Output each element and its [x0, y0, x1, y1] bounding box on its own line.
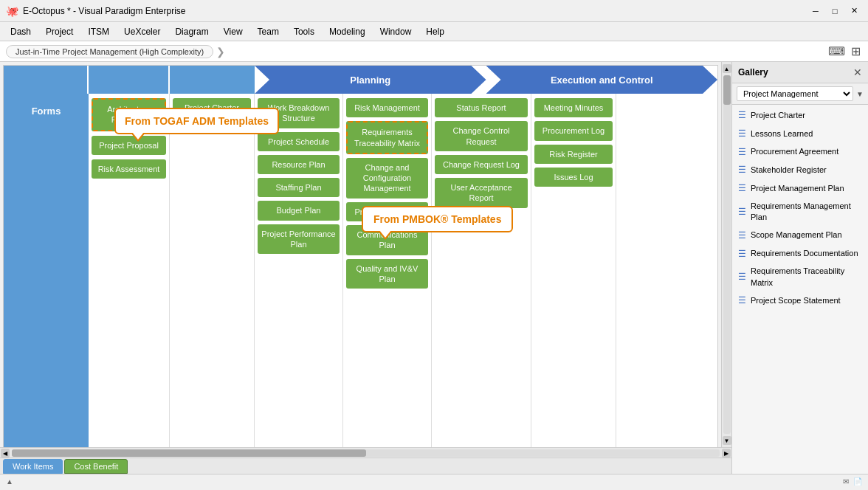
tab-work-items[interactable]: Work Items: [3, 459, 63, 474]
doc-icon-4: ☰: [738, 182, 746, 195]
menu-itsm[interactable]: ITSM: [80, 25, 117, 38]
doc-icon-8: ☰: [738, 271, 746, 283]
gallery-item-4[interactable]: ☰ Project Management Plan: [732, 179, 868, 198]
canvas-content: From TOGAF ADM Templates From PMBOK® Tem…: [0, 62, 721, 447]
gallery-item-label-3: Stakeholder Register: [751, 165, 827, 176]
callout-togaf: From TOGAF ADM Templates: [114, 108, 279, 134]
menu-team[interactable]: Team: [250, 25, 286, 38]
exec-card-minutes[interactable]: Meeting Minutes: [534, 98, 613, 117]
layout-icon[interactable]: ⊞: [850, 43, 862, 60]
menu-bar: Dash Project ITSM UeXceler Diagram View …: [0, 22, 868, 41]
gallery-item-2[interactable]: ☰ Procurement Agreement: [732, 143, 868, 162]
callout-pmbok: From PMBOK® Templates: [362, 206, 513, 232]
exec-card-issues[interactable]: Issues Log: [534, 168, 613, 187]
v-scroll-up[interactable]: ▲: [723, 64, 731, 73]
status-right-icons: ✉ 📄: [843, 477, 862, 486]
plan-card-quality[interactable]: Quality and IV&V Plan: [346, 259, 428, 289]
exec-card-ccr[interactable]: Change Control Request: [435, 121, 528, 151]
forms-label: Forms: [26, 100, 67, 122]
main-container: From TOGAF ADM Templates From PMBOK® Tem…: [0, 62, 868, 474]
h-scroll-track[interactable]: [12, 449, 720, 457]
menu-tools[interactable]: Tools: [286, 25, 322, 38]
exec-card-status[interactable]: Status Report: [435, 98, 528, 117]
app-icon: 🐙: [6, 5, 18, 17]
plan-card-resource[interactable]: Resource Plan: [258, 155, 340, 174]
gallery-item-label-0: Project Charter: [751, 110, 805, 121]
plan-card-schedule[interactable]: Project Schedule: [258, 132, 340, 151]
gallery-item-7[interactable]: ☰ Requirements Documentation: [732, 245, 868, 263]
plan-card-staffing[interactable]: Staffing Plan: [258, 178, 340, 197]
plan-card-budget[interactable]: Budget Plan: [258, 201, 340, 220]
status-mail-icon[interactable]: ✉: [843, 477, 849, 486]
window-controls: ─ □ ✕: [807, 3, 862, 19]
gallery-item-1[interactable]: ☰ Lessons Learned: [732, 125, 868, 143]
gallery-item-9[interactable]: ☰ Project Scope Statement: [732, 291, 868, 310]
gallery-item-0[interactable]: ☰ Project Charter: [732, 106, 868, 125]
title-bar: 🐙 E-Octopus * - Visual Paradigm Enterpri…: [0, 0, 868, 22]
canvas-inner: From TOGAF ADM Templates From PMBOK® Tem…: [0, 62, 731, 447]
doc-icon-9: ☰: [738, 294, 746, 307]
header-planning: Planning: [255, 66, 486, 94]
h-scroll-left[interactable]: ◀: [1, 449, 10, 458]
menu-help[interactable]: Help: [418, 25, 452, 38]
gallery-item-label-9: Project Scope Statement: [751, 295, 841, 306]
minimize-button[interactable]: ─: [807, 3, 824, 19]
col-forms: Forms: [4, 94, 89, 447]
gallery-item-3[interactable]: ☰ Stakeholder Register: [732, 161, 868, 179]
menu-uexceler[interactable]: UeXceler: [117, 25, 168, 38]
gallery-header: Gallery ✕: [732, 62, 868, 83]
col-execution-left: Status Report Change Control Request Cha…: [432, 94, 531, 447]
gallery-panel: Gallery ✕ Project Management ▼ ☰ Project…: [731, 62, 868, 474]
gallery-item-6[interactable]: ☰ Scope Management Plan: [732, 227, 868, 245]
menu-dash[interactable]: Dash: [3, 25, 38, 38]
exec-card-crl[interactable]: Change Request Log: [435, 155, 528, 174]
v-scroll-track[interactable]: [723, 75, 731, 434]
plan-card-risk-mgmt[interactable]: Risk Management: [346, 98, 428, 117]
canvas-wrapper: From TOGAF ADM Templates From PMBOK® Tem…: [0, 62, 731, 474]
tab-cost-benefit[interactable]: Cost Benefit: [64, 459, 128, 474]
togaf-card-risk[interactable]: Risk Assessment: [92, 159, 166, 179]
header-forms: [4, 66, 89, 94]
gallery-item-label-8: Requirements Traceability Matrix: [751, 266, 862, 289]
header-togaf: [89, 66, 170, 94]
plan-card-rtm[interactable]: Requirements Traceability Matrix: [346, 121, 428, 154]
v-scroll-down[interactable]: ▼: [723, 436, 731, 445]
v-scroll-thumb: [723, 75, 731, 105]
breadcrumb[interactable]: Just-in-Time Project Management (High Co…: [6, 45, 213, 58]
keyboard-icon[interactable]: ⌨: [827, 43, 847, 60]
gallery-item-label-2: Procurement Agreement: [751, 146, 838, 157]
status-page-icon[interactable]: 📄: [853, 477, 862, 486]
header-execution: Execution and Control: [486, 66, 718, 94]
menu-view[interactable]: View: [216, 25, 250, 38]
close-button[interactable]: ✕: [846, 3, 862, 19]
menu-project[interactable]: Project: [38, 25, 80, 38]
togaf-card-proposal[interactable]: Project Proposal: [92, 136, 166, 155]
gallery-item-8[interactable]: ☰ Requirements Traceability Matrix: [732, 263, 868, 291]
col-planning-2: Risk Management Requirements Traceabilit…: [343, 94, 432, 447]
plan-card-change[interactable]: Change and Configuration Management: [346, 158, 428, 199]
exec-card-proclog[interactable]: Procurement Log: [534, 121, 613, 140]
doc-icon-5: ☰: [738, 206, 746, 218]
doc-icon-6: ☰: [738, 230, 746, 242]
exec-card-riskreg[interactable]: Risk Register: [534, 145, 613, 164]
header-row: Planning Execution and Control: [4, 66, 717, 94]
gallery-list: ☰ Project Charter ☰ Lessons Learned ☰ Pr…: [732, 105, 868, 474]
menu-modeling[interactable]: Modeling: [322, 25, 373, 38]
menu-diagram[interactable]: Diagram: [168, 25, 216, 38]
gallery-item-5[interactable]: ☰ Requirements Management Plan: [732, 198, 868, 227]
gallery-filter[interactable]: Project Management ▼: [732, 83, 868, 105]
breadcrumb-bar: Just-in-Time Project Management (High Co…: [0, 41, 868, 62]
toolbar-icons: ⌨ ⊞: [827, 43, 862, 60]
menu-window[interactable]: Window: [373, 25, 419, 38]
plan-card-performance[interactable]: Project Performance Plan: [258, 224, 340, 255]
v-scrollbar[interactable]: ▲ ▼: [721, 62, 731, 447]
maximize-button[interactable]: □: [827, 3, 843, 19]
exec-card-uar[interactable]: User Acceptance Report: [435, 178, 528, 208]
status-bar: ▲ ✉ 📄: [0, 474, 868, 489]
h-scrollbar-container[interactable]: ◀ ▶: [0, 447, 731, 458]
h-scroll-right[interactable]: ▶: [722, 449, 731, 458]
breadcrumb-arrow: ❯: [216, 46, 225, 58]
swim-lanes: Planning Execution and Control Forms: [3, 65, 718, 447]
gallery-filter-select[interactable]: Project Management: [737, 86, 853, 101]
gallery-close-button[interactable]: ✕: [853, 66, 862, 78]
